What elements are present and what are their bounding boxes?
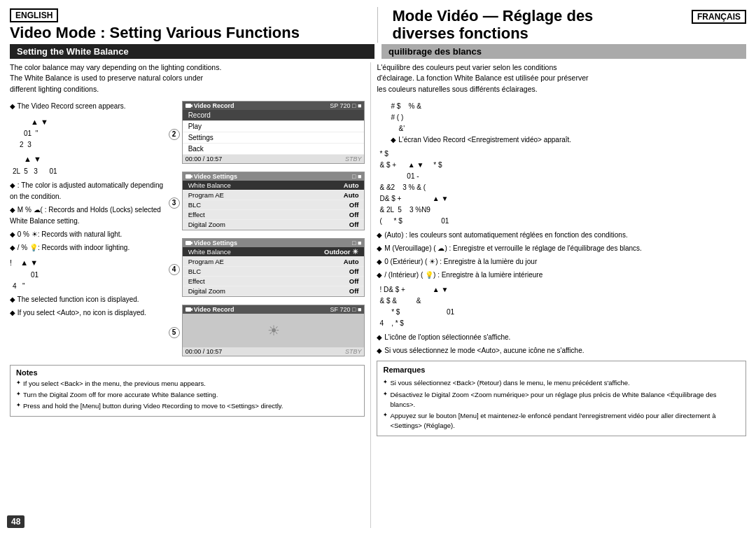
right-auto-no-icon-bullet: ◆ Si vous sélectionnez le mode <Auto>, a… <box>377 345 746 356</box>
remarques-box: Remarques Si vous sélectionnez <Back> (R… <box>377 361 746 436</box>
selected-bullet: ◆ The selected function icon is displaye… <box>10 294 164 305</box>
remarques-title: Remarques <box>383 364 740 377</box>
menu-back[interactable]: Back <box>183 144 365 155</box>
menu-play[interactable]: Play <box>183 121 365 132</box>
right-lock-bullet: ◆ M (Verouillage) ( ☁) : Enregistre et v… <box>377 243 746 254</box>
step-number-3: 3 <box>169 197 180 209</box>
step1-nav: ▲ ▼ <box>31 116 164 129</box>
wb-row-4: White Balance Outdoor ☀ <box>183 247 365 257</box>
step4-label: ! ▲ ▼ <box>10 257 164 270</box>
section-header-fr: quilibrage des blancs <box>382 44 746 59</box>
remarque-1: Si vous sélectionnez <Back> (Retour) dan… <box>383 378 740 388</box>
section-header-en: Setting the White Balance <box>10 44 374 59</box>
intro-text-en: The color balance may vary depending on … <box>10 62 365 95</box>
notes-box: Notes If you select <Back> in the menu, … <box>10 365 365 417</box>
blc-row: BLC Off <box>183 200 365 210</box>
indoor-bullet: ◆ / % 💡: Records with indoor lighting. <box>10 242 164 253</box>
ae-row-4: Program AE Auto <box>183 257 365 267</box>
wb-row: White Balance Auto <box>183 181 365 190</box>
page-title-fr: Mode Vidéo — Réglage des diverses foncti… <box>392 7 593 43</box>
note-1: If you select <Back> in the menu, the pr… <box>16 379 358 389</box>
svg-rect-6 <box>186 307 191 312</box>
outdoor-bullet: ◆ 0 % ☀: Records with natural light. <box>10 229 164 240</box>
lang-tag-fr: FRANÇAIS <box>692 10 746 24</box>
menu-settings[interactable]: Settings <box>183 132 365 144</box>
page-number: 48 <box>7 515 24 528</box>
lock-bullet: ◆ M % ☁( : Records and Holds (Locks) sel… <box>10 204 164 227</box>
intro-text-fr: L'équilibre des couleurs peut varier sel… <box>377 62 746 95</box>
right-step3: * $ & $ + ▲ ▼ * $ 01 - & &2 3 % & ( D& $… <box>379 148 746 227</box>
lang-tag-en: ENGLISH <box>10 8 58 22</box>
remarque-3: Appuyez sur le bouton [Menu] et maintene… <box>383 411 740 431</box>
svg-marker-1 <box>191 104 192 107</box>
right-auto-bullet: ◆ (Auto) : les couleurs sont automatique… <box>377 230 746 241</box>
step-number-2: 2 <box>169 129 180 140</box>
note-2: Turn the Digital Zoom off for more accur… <box>16 390 358 400</box>
right-selected-bullet: ◆ L'icône de l'option sélectionnée s'aff… <box>377 332 746 343</box>
svg-marker-5 <box>191 242 192 244</box>
step-number-4: 4 <box>169 264 180 275</box>
svg-rect-2 <box>186 174 191 179</box>
right-int-bullet: ◆ / (Intérieur) ( 💡) : Enregistre à la l… <box>377 270 746 281</box>
screen-3: Video Settings □ ■ White Balance Auto <box>182 172 365 230</box>
ae-row: Program AE Auto <box>183 190 365 200</box>
svg-marker-7 <box>191 308 192 311</box>
right-step2-label: # $ % & # ( ) &' <box>391 101 746 134</box>
auto-bullet: ◆ : The color is adjusted automatically … <box>10 180 164 202</box>
right-step4: ! D& $ + ▲ ▼ & $ & & * $ 01 4 , * $ <box>379 284 746 329</box>
step2-label: 2L 5 3 01 <box>13 166 164 177</box>
screen-2: Video Record SP 720 □ ■ Record Play Sett… <box>182 101 365 164</box>
dzoom-row-4: Digital Zoom Off <box>183 286 365 296</box>
remarque-2: Désactivez le Digital Zoom <Zoom numériq… <box>383 390 740 410</box>
effect-row: Effect Off <box>183 210 365 220</box>
page-title-en: Video Mode : Setting Various Functions <box>10 24 370 41</box>
screen-4: Video Settings □ ■ White Balance Outdoor… <box>182 238 365 297</box>
effect-row-4: Effect Off <box>183 277 365 286</box>
screen5-body: ☀ <box>183 314 365 347</box>
notes-title: Notes <box>16 368 358 377</box>
right-ext-bullet: ◆ 0 (Extérieur) ( ☀) : Enregistre à la l… <box>377 256 746 268</box>
auto-no-icon-bullet: ◆ If you select <Auto>, no icon is displ… <box>10 307 164 319</box>
step-number-5: 5 <box>169 327 180 338</box>
svg-marker-3 <box>191 175 192 178</box>
step1-bullet: ◆ The Video Record screen appears. <box>10 101 164 112</box>
right-step2-ecran: ◆ L'écran Video Record <Enregistrement v… <box>391 134 746 146</box>
note-3: Press and hold the [Menu] button during … <box>16 401 358 411</box>
blc-row-4: BLC Off <box>183 267 365 277</box>
dzoom-row: Digital Zoom Off <box>183 220 365 230</box>
svg-rect-4 <box>186 241 191 245</box>
screen-5: Video Record SF 720 □ ■ ☀ 00:00 / 10:57 … <box>182 305 365 356</box>
svg-rect-0 <box>186 104 191 108</box>
menu-record[interactable]: Record <box>183 110 365 121</box>
